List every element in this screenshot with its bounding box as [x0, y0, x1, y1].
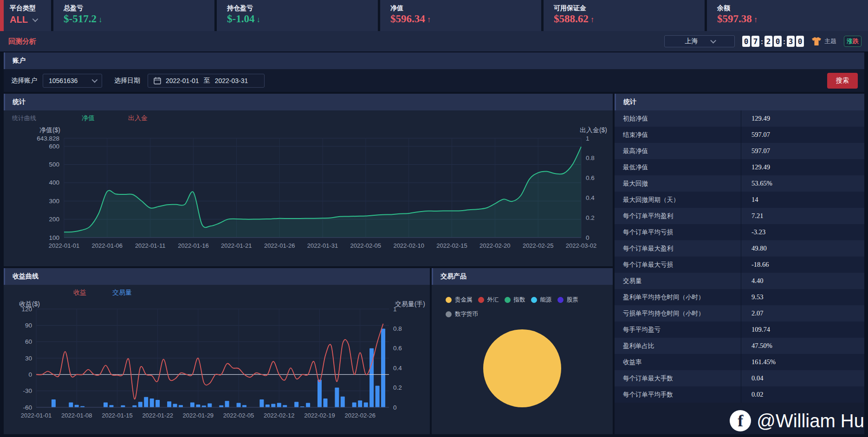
clock-digit: 0 — [796, 36, 804, 47]
stat-row: 每个订单平均手数0.02 — [615, 386, 864, 403]
clock-colon: : — [783, 38, 785, 45]
net-value-chart-svg: 643.8286005004003002001002022-01-012022-… — [4, 126, 613, 265]
svg-text:2022-01-08: 2022-01-08 — [61, 412, 92, 419]
tab-deposit-withdraw[interactable]: 出入金 — [128, 114, 148, 122]
arrow-up-icon: ↑ — [590, 15, 595, 24]
stat-row: 每个订单最大亏损-18.66 — [615, 257, 864, 273]
platform-value[interactable]: ALL — [10, 14, 51, 25]
svg-text:2022-02-05: 2022-02-05 — [350, 242, 382, 249]
stat-label: 最高净值 — [615, 147, 741, 155]
nav-bar: 回测分析 上海 07:20:30 主题 涨跌 — [0, 31, 868, 52]
legend-item-forex[interactable]: 外汇 — [478, 296, 499, 304]
stat-row: 结束净值597.07 — [615, 127, 864, 143]
legend-item-stocks[interactable]: 股票 — [557, 296, 578, 304]
tab-profit[interactable]: 收益 — [73, 289, 86, 297]
metric-value: $588.62↑ — [554, 13, 705, 25]
svg-text:0.4: 0.4 — [586, 194, 595, 201]
date-from[interactable]: 2022-01-01 — [166, 77, 199, 84]
profit-chart-tabs: 收益 交易量 — [4, 285, 430, 301]
svg-text:2022-02-19: 2022-02-19 — [304, 412, 335, 419]
stat-value: 7.21 — [741, 208, 864, 224]
svg-text:0.4: 0.4 — [393, 365, 402, 372]
stat-label: 最大回撤 — [615, 180, 741, 188]
svg-text:2022-02-10: 2022-02-10 — [393, 242, 424, 249]
stat-value: 0.04 — [741, 370, 864, 386]
legend-item-index[interactable]: 指数 — [505, 296, 525, 304]
svg-text:30: 30 — [25, 355, 32, 362]
legend-dot — [557, 297, 564, 303]
profit-chart-svg: 1209060300-30-602022-01-012022-01-082022… — [4, 301, 430, 432]
theme-label: 主题 — [824, 37, 836, 45]
account-panel: 账户 选择账户 10561636 选择日期 2022-01-01 至 2022-… — [4, 52, 864, 92]
products-panel: 交易产品 贵金属外汇指数能源股票数字货币 — [432, 268, 613, 434]
svg-text:2022-01-22: 2022-01-22 — [142, 412, 173, 419]
updown-theme-badge[interactable]: 涨跌 — [844, 36, 862, 47]
legend-item-precious-metals[interactable]: 贵金属 — [446, 296, 473, 304]
legend-item-crypto[interactable]: 数字货币 — [446, 310, 478, 318]
svg-text:100: 100 — [49, 234, 59, 241]
stat-row: 最低净值129.49 — [615, 159, 864, 175]
platform-label: 平台类型 — [10, 4, 51, 13]
svg-text:2022-01-01: 2022-01-01 — [49, 242, 80, 249]
stat-value: 14 — [741, 192, 864, 208]
stats-table-panel: 统计 初始净值129.49结束净值597.07最高净值597.07最低净值129… — [615, 94, 864, 434]
stat-value: 4.40 — [741, 273, 864, 289]
theme-toggle[interactable]: 主题 — [811, 37, 836, 46]
tab-volume[interactable]: 交易量 — [112, 289, 132, 297]
net-value-chart: 643.8286005004003002001002022-01-012022-… — [4, 126, 613, 267]
chevron-down-icon — [710, 38, 716, 44]
metric-available-margin: 可用保证金$588.62↑ — [544, 0, 705, 31]
date-to[interactable]: 2022-03-31 — [215, 77, 248, 84]
legend-dot — [478, 297, 484, 303]
svg-text:0.6: 0.6 — [586, 174, 595, 181]
stat-row: 初始净值129.49 — [615, 110, 864, 127]
stat-label: 每个订单最大盈利 — [615, 244, 741, 253]
arrow-up-icon: ↑ — [754, 15, 758, 24]
svg-text:2022-02-15: 2022-02-15 — [436, 242, 467, 249]
search-button[interactable]: 搜索 — [827, 73, 858, 89]
profit-chart-header: 收益曲线 — [4, 268, 430, 285]
stat-row: 最高净值597.07 — [615, 143, 864, 159]
platform-selector[interactable]: 平台类型 ALL — [4, 0, 51, 31]
stat-row: 盈利单平均持仓时间（小时）9.53 — [615, 289, 864, 305]
stat-label: 每个订单平均亏损 — [615, 228, 741, 237]
stats-chart-header: 统计 — [4, 94, 613, 110]
svg-text:2022-02-25: 2022-02-25 — [523, 242, 554, 249]
clock-digit: 0 — [742, 36, 750, 47]
metric-value: $-517.2↓ — [64, 13, 214, 25]
stat-row: 每手平均盈亏109.74 — [615, 321, 864, 338]
profit-chart: 1209060300-30-602022-01-012022-01-082022… — [4, 301, 430, 434]
svg-text:交易量(手): 交易量(手) — [395, 301, 425, 308]
metric-position-pnl: 持仓盈亏$-1.04↓ — [217, 0, 378, 31]
top-metrics: 总盈亏$-517.2↓持仓盈亏$-1.04↓净值$596.34↑可用保证金$58… — [53, 0, 868, 31]
stats-table-header: 统计 — [615, 94, 864, 110]
stat-label: 每个订单最大亏损 — [615, 261, 741, 269]
date-range-picker[interactable]: 2022-01-01 至 2022-03-31 — [148, 74, 265, 88]
tab-net-value[interactable]: 净值 — [82, 114, 95, 122]
metric-label: 总盈亏 — [64, 4, 214, 13]
svg-text:0.6: 0.6 — [393, 345, 402, 352]
svg-text:400: 400 — [49, 179, 59, 186]
region-select[interactable]: 上海 — [664, 35, 735, 47]
svg-text:2022-01-15: 2022-01-15 — [102, 412, 133, 419]
svg-text:出入金($): 出入金($) — [580, 126, 607, 134]
svg-text:2022-02-12: 2022-02-12 — [264, 412, 295, 419]
svg-text:0.8: 0.8 — [586, 154, 595, 161]
curve-label: 统计曲线 — [12, 114, 36, 122]
stat-value: 161.45% — [741, 354, 864, 370]
date-range-label: 选择日期 — [114, 77, 140, 85]
svg-text:0.2: 0.2 — [586, 214, 595, 221]
stat-row: 亏损单平均持仓时间（小时）2.07 — [615, 305, 864, 321]
legend-item-energy[interactable]: 能源 — [531, 296, 552, 304]
metric-label: 可用保证金 — [554, 4, 705, 13]
account-header: 账户 — [4, 52, 864, 69]
stat-label: 盈利单平均持仓时间（小时） — [615, 293, 741, 302]
account-select[interactable]: 10561636 — [43, 74, 102, 88]
svg-text:0: 0 — [586, 234, 589, 241]
stat-label: 最低净值 — [615, 163, 741, 172]
products-header: 交易产品 — [432, 268, 613, 285]
legend-label: 数字货币 — [455, 310, 478, 318]
svg-text:0.8: 0.8 — [393, 325, 402, 332]
up-char: 涨 — [847, 38, 853, 45]
metric-balance: 余额$597.38↑ — [707, 0, 868, 31]
